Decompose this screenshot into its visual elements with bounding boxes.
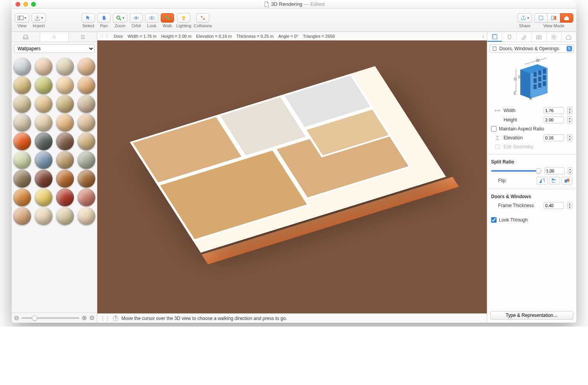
viewmode-2d-button[interactable] <box>534 13 548 23</box>
zoom-button[interactable]: ▾ <box>113 13 127 23</box>
inspector-tab-building[interactable] <box>562 32 576 42</box>
import-icon <box>34 15 40 21</box>
inspector-tab-camera[interactable] <box>532 32 547 42</box>
tab-materials[interactable] <box>40 32 68 42</box>
3d-viewport[interactable] <box>97 40 487 313</box>
material-swatch[interactable] <box>35 207 53 225</box>
material-swatch[interactable] <box>35 114 53 132</box>
look-label: Look <box>147 23 156 28</box>
height-stepper[interactable]: ▲▼ <box>567 116 572 123</box>
material-swatch[interactable] <box>35 132 53 150</box>
material-swatch[interactable] <box>56 151 74 169</box>
selection-infobar: ⋮⋮ Door Width = 1.76 m Height = 2.00 m E… <box>97 32 487 40</box>
ruler-icon <box>491 33 498 40</box>
material-swatch[interactable] <box>13 207 31 225</box>
material-swatch[interactable] <box>56 170 74 188</box>
elevation-input[interactable] <box>544 134 564 141</box>
lighting-button[interactable] <box>177 13 190 23</box>
swatch-size-slider[interactable] <box>21 317 79 319</box>
material-swatch[interactable] <box>13 188 31 206</box>
object-type-select[interactable]: Doors, Windows & Openings ⇅ <box>490 44 574 53</box>
collisions-button[interactable] <box>196 13 209 23</box>
look-through-checkbox[interactable] <box>491 217 497 223</box>
material-swatch[interactable] <box>77 188 95 206</box>
material-swatch[interactable] <box>56 188 74 206</box>
maintain-aspect-checkbox[interactable] <box>491 126 497 132</box>
drag-handle-icon[interactable]: ⋮⋮ <box>100 33 109 39</box>
flip-depth-button[interactable] <box>562 177 572 185</box>
frame-thickness-stepper[interactable]: ▲▼ <box>567 202 572 209</box>
material-swatch[interactable] <box>77 207 95 225</box>
tab-list[interactable] <box>69 32 97 42</box>
walk-label: Walk <box>163 23 172 28</box>
width-stepper[interactable]: ▲▼ <box>567 107 572 114</box>
drag-handle-icon[interactable]: ⋮⋮ <box>100 316 110 321</box>
frame-thickness-input[interactable] <box>544 202 564 209</box>
material-swatch[interactable] <box>13 170 31 188</box>
material-swatch[interactable] <box>56 132 74 150</box>
elevation-stepper[interactable]: ▲▼ <box>567 134 572 141</box>
magnifier-icon <box>116 15 122 21</box>
material-swatch[interactable] <box>13 95 31 113</box>
flip-vertical-button[interactable] <box>549 177 560 185</box>
material-swatch[interactable] <box>56 114 74 132</box>
material-swatch[interactable] <box>13 114 31 132</box>
tab-objects[interactable] <box>12 32 40 42</box>
split-ratio-input[interactable] <box>544 167 565 174</box>
material-swatch[interactable] <box>77 95 95 113</box>
import-button[interactable]: ▾ <box>32 13 46 23</box>
material-swatch[interactable] <box>77 76 95 94</box>
info-icon[interactable]: i <box>483 34 484 39</box>
orbit-button[interactable] <box>130 13 143 23</box>
look-button[interactable] <box>145 13 158 23</box>
width-input[interactable] <box>544 107 564 114</box>
select-button[interactable] <box>82 13 95 23</box>
material-swatch[interactable] <box>56 76 74 94</box>
height-input[interactable] <box>544 116 564 123</box>
close-icon[interactable] <box>16 2 20 7</box>
material-swatch[interactable] <box>77 132 95 150</box>
help-icon[interactable]: ? <box>113 316 118 321</box>
inspector-tab-materials[interactable] <box>502 32 517 42</box>
material-swatch[interactable] <box>35 151 53 169</box>
zoom-in-icon[interactable]: ⊕ <box>82 314 87 322</box>
plan-2d-icon <box>538 15 544 21</box>
material-swatch[interactable] <box>35 188 53 206</box>
walk-button[interactable] <box>161 13 174 23</box>
zoom-window-icon[interactable] <box>31 2 36 7</box>
material-swatch[interactable] <box>35 76 53 94</box>
inspector-tab-geometry[interactable] <box>487 32 502 42</box>
flip-horizontal-button[interactable] <box>537 177 548 185</box>
share-button[interactable]: ▾ <box>518 13 532 23</box>
material-swatch[interactable] <box>35 58 53 76</box>
material-swatch[interactable] <box>35 170 53 188</box>
type-representation-button[interactable]: Type & Representation… <box>490 311 573 320</box>
pan-button[interactable] <box>97 13 111 23</box>
material-swatch[interactable] <box>77 58 95 76</box>
material-swatch[interactable] <box>35 95 53 113</box>
bucket-icon <box>506 34 513 40</box>
zoom-out-icon[interactable]: ⊖ <box>14 314 19 322</box>
material-swatch[interactable] <box>77 151 95 169</box>
material-swatch[interactable] <box>13 76 31 94</box>
material-swatch[interactable] <box>13 132 31 150</box>
viewmode-split-button[interactable] <box>547 13 560 23</box>
inspector-tab-edit[interactable] <box>517 32 532 42</box>
gear-icon[interactable]: ⚙ <box>89 314 95 322</box>
material-swatch[interactable] <box>77 114 95 132</box>
material-swatch[interactable] <box>56 207 74 225</box>
floorplan-render <box>97 49 476 282</box>
view-button[interactable]: ▾ <box>15 13 29 23</box>
material-swatch[interactable] <box>13 151 31 169</box>
material-swatch[interactable] <box>77 170 95 188</box>
camera-icon <box>536 34 542 40</box>
minimize-icon[interactable] <box>23 2 28 7</box>
material-swatch[interactable] <box>56 95 74 113</box>
inspector-tab-light[interactable] <box>547 32 562 42</box>
viewmode-3d-button[interactable] <box>560 13 573 23</box>
split-ratio-slider[interactable] <box>491 170 541 172</box>
material-swatch[interactable] <box>13 58 31 76</box>
material-swatch[interactable] <box>56 58 74 76</box>
split-ratio-stepper[interactable]: ▲▼ <box>568 167 572 174</box>
material-category-select[interactable]: Wallpapers <box>14 44 95 53</box>
